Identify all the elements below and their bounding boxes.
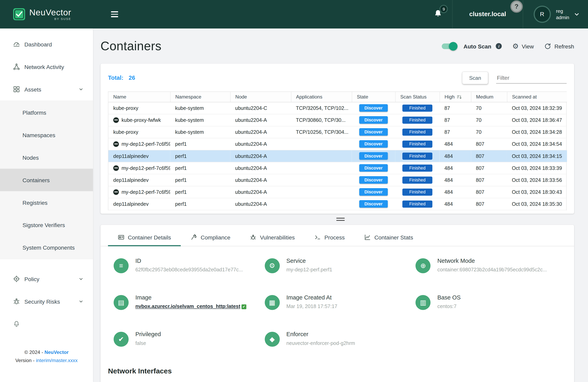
sidebar-item-label: Policy bbox=[24, 276, 39, 282]
assets-icon bbox=[13, 85, 21, 93]
detail-label: Privileged bbox=[135, 331, 161, 338]
column-header-applications[interactable]: Applications bbox=[291, 92, 352, 102]
cell-state: Discover bbox=[352, 102, 395, 114]
version: Version - interim/master.xxxx bbox=[0, 357, 93, 365]
column-header-scan-status[interactable]: Scan Status bbox=[395, 92, 440, 102]
column-header-medium[interactable]: Medium bbox=[471, 92, 507, 102]
table-row[interactable]: my-dep12-perf-7c6f59perf1ubuntu2204-ADis… bbox=[108, 138, 567, 150]
name-cell: dep11alpinedev bbox=[113, 153, 170, 159]
chevron-down-icon bbox=[78, 276, 84, 282]
cell-scanned-at: Oct 03, 2024 18:34:28 bbox=[507, 126, 567, 138]
detail-label: Base OS bbox=[437, 294, 461, 301]
table-toolbar: Total:26 Scan bbox=[108, 70, 567, 86]
column-header-node[interactable]: Node bbox=[230, 92, 291, 102]
table-row[interactable]: dep11alpinedevperf1ubuntu2204-ADiscoverF… bbox=[108, 198, 567, 210]
scan-button[interactable]: Scan bbox=[462, 72, 488, 84]
table-row[interactable]: kube-proxykube-systemubuntu2204-CTCP/320… bbox=[108, 102, 567, 114]
cell-applications: TCP/30860, TCP/30... bbox=[291, 114, 352, 126]
view-button[interactable]: ⚙ View bbox=[512, 42, 534, 50]
discover-button[interactable]: Discover bbox=[359, 152, 388, 160]
tab-process[interactable]: Process bbox=[305, 229, 355, 246]
neuvector-link[interactable]: NeuVector bbox=[44, 349, 69, 355]
cell-scan-status: Finished bbox=[395, 186, 440, 198]
sidebar-item-network-activity[interactable]: Network Activity bbox=[0, 55, 93, 78]
sidebar-item-platforms[interactable]: Platforms bbox=[0, 101, 93, 124]
cell-scan-status: Finished bbox=[395, 162, 440, 174]
scan-status-badge: Finished bbox=[402, 164, 432, 171]
sidebar-item-system-components[interactable]: System Components bbox=[0, 236, 93, 259]
table-row[interactable]: kube-proxykube-systemubuntu2204-ATCP/102… bbox=[108, 126, 567, 138]
column-label: Name bbox=[113, 94, 126, 100]
notifications-button[interactable]: 9 bbox=[424, 9, 452, 20]
tab-container-stats[interactable]: Container Stats bbox=[355, 229, 423, 246]
table-row[interactable]: kube-proxy-fwfwkkube-systemubuntu2204-AT… bbox=[108, 114, 567, 126]
sidebar-item-security-risks[interactable]: Security Risks bbox=[0, 290, 93, 313]
detail-value[interactable]: nvbox.azurecr.io/selvam_centos_http:late… bbox=[135, 304, 246, 309]
detail-text: Base OScentos:7 bbox=[437, 294, 461, 309]
sidebar-item-registries[interactable]: Registries bbox=[0, 191, 93, 214]
name-cell: kube-proxy bbox=[113, 105, 170, 111]
enforcer-icon: ◆ bbox=[265, 332, 280, 347]
refresh-button[interactable]: Refresh bbox=[544, 42, 574, 50]
sidebar-group-assets: PlatformsNamespacesNodesContainersRegist… bbox=[0, 101, 93, 259]
cell-name: kube-proxy-fwfwk bbox=[108, 114, 170, 126]
discover-button[interactable]: Discover bbox=[359, 104, 388, 112]
cell-medium: 70 bbox=[471, 102, 507, 114]
table-row[interactable]: my-dep12-perf-7c6f59perf1ubuntu2204-ADis… bbox=[108, 162, 567, 174]
cell-scanned-at: Oct 03, 2024 18:32:39 bbox=[507, 102, 567, 114]
sidebar-item-policy[interactable]: Policy bbox=[0, 268, 93, 290]
menu-icon[interactable] bbox=[109, 9, 120, 19]
column-header-state[interactable]: State bbox=[352, 92, 395, 102]
discover-button[interactable]: Discover bbox=[359, 116, 388, 124]
discover-button[interactable]: Discover bbox=[359, 164, 388, 172]
discover-button[interactable]: Discover bbox=[359, 140, 388, 148]
auto-scan-toggle[interactable] bbox=[442, 43, 457, 49]
chevron-down-icon[interactable] bbox=[573, 11, 581, 18]
chevron-down-icon bbox=[78, 299, 84, 304]
sidebar-item-dashboard[interactable]: Dashboard bbox=[0, 33, 93, 55]
cell-high: 484 bbox=[440, 186, 471, 198]
cell-medium: 807 bbox=[471, 198, 507, 210]
tab-compliance[interactable]: Compliance bbox=[181, 229, 240, 246]
help-button[interactable]: ? bbox=[510, 0, 523, 13]
cell-state: Discover bbox=[352, 150, 395, 162]
cell-scanned-at: Oct 03, 2024 18:35:30 bbox=[507, 198, 567, 210]
detail-item-id: ≡ID62f0fbc29573eb08cede93955da2e0ad17e77… bbox=[114, 258, 265, 283]
cell-high: 484 bbox=[440, 198, 471, 210]
info-icon[interactable]: i bbox=[496, 43, 502, 49]
cell-applications bbox=[291, 138, 352, 150]
user-avatar[interactable]: R bbox=[534, 6, 551, 23]
sort-icon[interactable] bbox=[457, 94, 462, 100]
sidebar-item-nodes[interactable]: Nodes bbox=[0, 146, 93, 169]
version-link[interactable]: interim/master.xxxx bbox=[36, 358, 78, 363]
network-mode-icon: ⊕ bbox=[416, 258, 431, 273]
tab-vulnerabilities[interactable]: Vulnerabilities bbox=[240, 229, 305, 246]
cell-namespace: kube-system bbox=[170, 114, 230, 126]
name-cell: my-dep12-perf-7c6f59 bbox=[113, 189, 170, 195]
sidebar-item-sigstore-verifiers[interactable]: Sigstore Verifiers bbox=[0, 214, 93, 236]
table-row[interactable]: my-dep12-perf-7c6f59perf1ubuntu2204-ADis… bbox=[108, 186, 567, 198]
detail-item-image-created-at: ▦Image Created AtMar 19, 2018 17:57:17 bbox=[265, 294, 416, 320]
filter-input[interactable] bbox=[496, 72, 567, 83]
table-row[interactable]: dep11alpinedevperf1ubuntu2204-ADiscoverF… bbox=[108, 150, 567, 162]
column-header-namespace[interactable]: Namespace bbox=[170, 92, 230, 102]
discover-button[interactable]: Discover bbox=[359, 188, 388, 196]
column-header-name[interactable]: Name bbox=[108, 92, 170, 102]
column-header-high[interactable]: High bbox=[440, 92, 471, 102]
detail-item-base-os: ▥Base OScentos:7 bbox=[416, 294, 567, 320]
sidebar-item-assets[interactable]: Assets bbox=[0, 78, 93, 101]
tab-label: Container Details bbox=[128, 234, 171, 241]
cell-name: dep11alpinedev bbox=[108, 174, 170, 186]
resize-handle-icon[interactable] bbox=[336, 218, 344, 221]
minus-circle-icon bbox=[113, 117, 119, 123]
discover-button[interactable]: Discover bbox=[359, 200, 388, 208]
container-name: my-dep12-perf-7c6f59 bbox=[122, 165, 170, 171]
table-row[interactable]: dep11alpinedevperf1ubuntu2204-ADiscoverF… bbox=[108, 174, 567, 186]
tab-container-details[interactable]: Container Details bbox=[108, 229, 181, 246]
cell-scan-status: Finished bbox=[395, 174, 440, 186]
discover-button[interactable]: Discover bbox=[359, 176, 388, 184]
sidebar-item-namespaces[interactable]: Namespaces bbox=[0, 124, 93, 146]
sidebar-item-containers[interactable]: Containers bbox=[0, 169, 93, 191]
discover-button[interactable]: Discover bbox=[359, 128, 388, 136]
column-header-scanned-at[interactable]: Scanned at bbox=[507, 92, 567, 102]
